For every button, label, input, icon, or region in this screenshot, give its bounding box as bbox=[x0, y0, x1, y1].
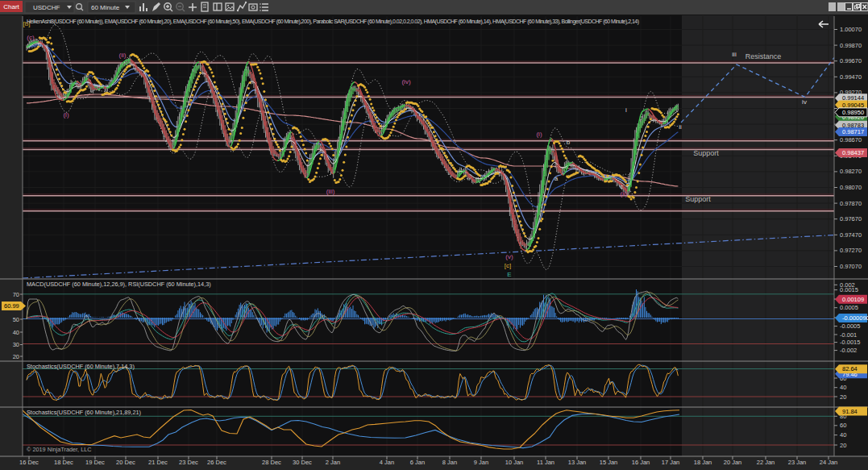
svg-text:(ii): (ii) bbox=[119, 52, 127, 59]
svg-text:13 Jan: 13 Jan bbox=[568, 459, 587, 466]
svg-text:60.99: 60.99 bbox=[4, 302, 19, 310]
svg-text:2 Jan: 2 Jan bbox=[326, 459, 340, 466]
svg-text:0.98670: 0.98670 bbox=[840, 136, 862, 143]
svg-text:60: 60 bbox=[840, 422, 846, 429]
svg-text:0.98950: 0.98950 bbox=[842, 109, 864, 116]
svg-text:(v): (v) bbox=[505, 253, 513, 260]
svg-text:15 Jan: 15 Jan bbox=[600, 459, 618, 466]
svg-text:Support: Support bbox=[693, 149, 719, 157]
svg-text:-0.0000901: -0.0000901 bbox=[842, 314, 868, 322]
svg-text:Support: Support bbox=[685, 195, 711, 203]
svg-text:iii: iii bbox=[732, 51, 737, 58]
svg-text:22 Jan: 22 Jan bbox=[757, 459, 775, 466]
svg-text:HeikenAshi8(USDCHF (60 Minute): HeikenAshi8(USDCHF (60 Minute)), EMA(USD… bbox=[27, 19, 639, 25]
svg-text:8 Jan: 8 Jan bbox=[442, 459, 457, 466]
svg-text:20: 20 bbox=[840, 442, 846, 449]
svg-text:82.64: 82.64 bbox=[842, 365, 858, 372]
svg-text:91.84: 91.84 bbox=[842, 408, 858, 415]
svg-text:ii: ii bbox=[679, 123, 682, 131]
svg-text:0.97870: 0.97870 bbox=[840, 200, 862, 207]
svg-text:40: 40 bbox=[840, 431, 846, 439]
svg-text:i: i bbox=[625, 106, 627, 114]
svg-text:30 Dec: 30 Dec bbox=[293, 459, 312, 466]
svg-text:iv: iv bbox=[802, 98, 807, 106]
svg-text:MACD(USDCHF (60 Minute),12,26,: MACD(USDCHF (60 Minute),12,26,9), RSI(US… bbox=[27, 281, 211, 288]
svg-text:0.97470: 0.97470 bbox=[840, 231, 862, 239]
svg-text:21 Dec: 21 Dec bbox=[148, 459, 168, 466]
svg-text:10 Jan: 10 Jan bbox=[505, 459, 524, 466]
svg-text:Chart: Chart bbox=[3, 3, 19, 10]
svg-text:18 Dec: 18 Dec bbox=[54, 459, 73, 466]
svg-text:0.98437: 0.98437 bbox=[842, 149, 864, 156]
svg-text:0.99870: 0.99870 bbox=[840, 42, 862, 49]
svg-text:0.00109: 0.00109 bbox=[842, 296, 864, 303]
svg-text:0.99470: 0.99470 bbox=[840, 73, 862, 81]
svg-text:24 Jan: 24 Jan bbox=[820, 459, 838, 466]
svg-text:16 Dec: 16 Dec bbox=[19, 459, 39, 466]
svg-text:9 Jan: 9 Jan bbox=[474, 459, 488, 466]
svg-text:0.0005: 0.0005 bbox=[840, 304, 858, 311]
svg-text:-0.002: -0.002 bbox=[840, 347, 857, 354]
svg-text:20 Dec: 20 Dec bbox=[116, 459, 135, 466]
svg-text:[c]: [c] bbox=[505, 262, 511, 269]
svg-text:1.00070: 1.00070 bbox=[840, 26, 862, 33]
svg-text:0.98070: 0.98070 bbox=[840, 184, 862, 191]
svg-text:28 Dec: 28 Dec bbox=[262, 459, 281, 466]
svg-text:6 Jan: 6 Jan bbox=[410, 459, 425, 466]
svg-text:11 Jan: 11 Jan bbox=[537, 459, 554, 466]
svg-text:20: 20 bbox=[13, 353, 19, 360]
svg-text:0.97670: 0.97670 bbox=[840, 215, 862, 223]
svg-text:70: 70 bbox=[13, 291, 19, 298]
svg-text:(iv): (iv) bbox=[401, 78, 410, 85]
svg-text:16 Jan: 16 Jan bbox=[632, 459, 650, 466]
svg-text:18 Jan: 18 Jan bbox=[694, 459, 712, 466]
svg-text:Resistance: Resistance bbox=[745, 52, 782, 60]
svg-text:-0.001: -0.001 bbox=[840, 331, 857, 339]
svg-text:0.97270: 0.97270 bbox=[840, 247, 862, 254]
svg-text:4 Jan: 4 Jan bbox=[380, 459, 394, 466]
svg-text:© 2019 NinjaTrader, LLC: © 2019 NinjaTrader, LLC bbox=[27, 446, 92, 453]
svg-text:19 Dec: 19 Dec bbox=[85, 459, 105, 466]
svg-text:-0.0015: -0.0015 bbox=[840, 339, 860, 346]
svg-text:30: 30 bbox=[13, 341, 19, 348]
svg-text:0.99670: 0.99670 bbox=[840, 57, 862, 64]
svg-text:0.0015: 0.0015 bbox=[840, 286, 858, 293]
svg-text:0.98270: 0.98270 bbox=[840, 168, 862, 175]
svg-text:20 Jan: 20 Jan bbox=[724, 459, 742, 466]
svg-text:a: a bbox=[554, 175, 559, 182]
svg-text:b: b bbox=[567, 139, 571, 146]
svg-text:USDCHF: USDCHF bbox=[33, 4, 60, 11]
svg-text:Stochastics(USDCHF (60 Minute): Stochastics(USDCHF (60 Minute),21,89,21) bbox=[27, 409, 141, 416]
svg-text:26 Dec: 26 Dec bbox=[207, 459, 226, 466]
svg-text:23 Jan: 23 Jan bbox=[788, 459, 807, 466]
svg-text:Stochastics(USDCHF (60 Minute): Stochastics(USDCHF (60 Minute),7,14,3) bbox=[27, 363, 135, 370]
svg-text:(i): (i) bbox=[63, 111, 69, 119]
svg-text:23 Dec: 23 Dec bbox=[179, 459, 198, 466]
svg-text:40: 40 bbox=[840, 384, 846, 391]
svg-text:0.97070: 0.97070 bbox=[840, 263, 862, 270]
svg-text:17 Jan: 17 Jan bbox=[662, 459, 680, 466]
svg-text:-0.0005: -0.0005 bbox=[840, 322, 860, 330]
svg-text:(iii): (iii) bbox=[326, 188, 335, 195]
svg-text:(ii): (ii) bbox=[621, 190, 628, 198]
svg-text:(c): (c) bbox=[27, 34, 35, 41]
svg-text:c: c bbox=[620, 183, 623, 190]
svg-text:(i): (i) bbox=[536, 131, 542, 138]
svg-text:40: 40 bbox=[13, 329, 19, 336]
svg-text:60 Minute: 60 Minute bbox=[91, 4, 120, 11]
svg-text:20: 20 bbox=[840, 393, 846, 401]
svg-text:E: E bbox=[507, 271, 511, 278]
svg-text:50: 50 bbox=[13, 316, 19, 323]
svg-text:0.98717: 0.98717 bbox=[842, 128, 864, 135]
